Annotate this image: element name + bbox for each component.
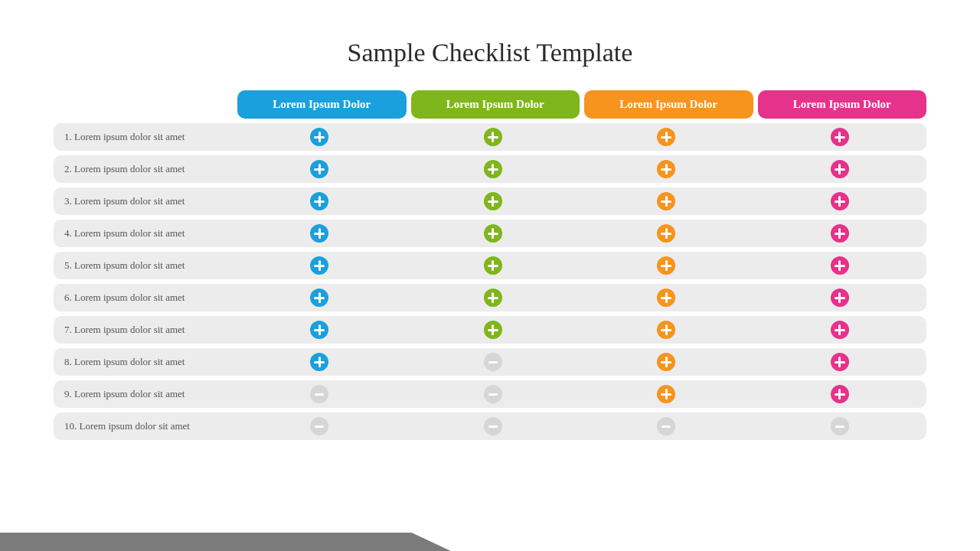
plus-icon	[831, 192, 849, 210]
plus-icon	[310, 289, 328, 307]
table-cell	[407, 192, 580, 210]
plus-icon	[310, 192, 328, 210]
plus-icon	[831, 128, 849, 146]
row-label: 9. Lorem ipsum dolor sit amet	[54, 388, 233, 400]
table-header-row: Lorem Ipsum Dolor Lorem Ipsum Dolor Lore…	[54, 90, 926, 119]
plus-icon	[484, 224, 502, 243]
table-row: 2. Lorem ipsum dolor sit amet	[54, 155, 926, 183]
column-header-1: Lorem Ipsum Dolor	[237, 90, 407, 119]
plus-icon	[657, 385, 675, 403]
slide: Sample Checklist Template Lorem Ipsum Do…	[0, 0, 980, 551]
row-label: 3. Lorem ipsum dolor sit amet	[54, 195, 233, 207]
plus-icon	[310, 224, 328, 243]
plus-icon	[831, 321, 849, 339]
row-label: 2. Lorem ipsum dolor sit amet	[54, 163, 233, 175]
plus-icon	[831, 385, 849, 403]
plus-icon	[831, 160, 849, 178]
footer-accent-shape	[0, 533, 980, 551]
plus-icon	[657, 289, 675, 307]
table-cell	[407, 385, 580, 403]
table-row: 1. Lorem ipsum dolor sit amet	[54, 123, 926, 151]
plus-icon	[831, 256, 849, 275]
table-row: 9. Lorem ipsum dolor sit amet	[54, 380, 926, 408]
table-body: 1. Lorem ipsum dolor sit amet2. Lorem ip…	[54, 123, 926, 440]
table-row: 10. Lorem ipsum dolor sit amet	[54, 412, 926, 440]
checklist-table: Lorem Ipsum Dolor Lorem Ipsum Dolor Lore…	[54, 90, 926, 440]
table-cell	[580, 128, 753, 146]
plus-icon	[484, 289, 502, 307]
row-label: 1. Lorem ipsum dolor sit amet	[54, 131, 233, 143]
plus-icon	[484, 256, 502, 275]
table-cell	[753, 224, 927, 243]
table-cell	[233, 385, 407, 403]
plus-icon	[657, 192, 675, 210]
table-cell	[753, 160, 927, 178]
table-cell	[233, 417, 407, 435]
table-row: 7. Lorem ipsum dolor sit amet	[54, 316, 926, 344]
minus-icon	[310, 385, 328, 403]
table-row: 3. Lorem ipsum dolor sit amet	[54, 187, 926, 215]
table-cell	[233, 353, 407, 371]
minus-icon	[310, 417, 328, 435]
table-cell	[407, 321, 580, 339]
table-cell	[580, 385, 753, 403]
plus-icon	[831, 289, 849, 307]
minus-icon	[484, 385, 502, 403]
plus-icon	[484, 160, 502, 178]
table-row: 6. Lorem ipsum dolor sit amet	[54, 284, 926, 311]
plus-icon	[310, 321, 328, 339]
table-cell	[233, 321, 407, 339]
plus-icon	[831, 224, 849, 243]
plus-icon	[310, 256, 328, 275]
table-row: 8. Lorem ipsum dolor sit amet	[54, 348, 926, 376]
table-cell	[233, 224, 407, 243]
row-label: 7. Lorem ipsum dolor sit amet	[54, 324, 233, 336]
table-cell	[407, 224, 580, 243]
table-cell	[580, 160, 753, 178]
table-cell	[753, 289, 927, 307]
table-cell	[233, 192, 407, 210]
table-cell	[407, 160, 580, 178]
table-cell	[407, 289, 580, 307]
plus-icon	[310, 160, 328, 178]
column-header-4: Lorem Ipsum Dolor	[758, 90, 927, 119]
plus-icon	[657, 256, 675, 275]
column-header-3: Lorem Ipsum Dolor	[584, 90, 753, 119]
table-cell	[580, 192, 753, 210]
table-cell	[753, 417, 927, 435]
plus-icon	[657, 224, 675, 243]
plus-icon	[484, 128, 502, 146]
row-label: 4. Lorem ipsum dolor sit amet	[54, 227, 233, 240]
minus-icon	[657, 417, 675, 435]
row-label: 10. Lorem ipsum dolor sit amet	[54, 420, 233, 432]
table-cell	[753, 321, 927, 339]
table-cell	[580, 321, 753, 339]
table-row: 4. Lorem ipsum dolor sit amet	[54, 220, 926, 247]
table-cell	[407, 128, 580, 146]
table-cell	[407, 417, 580, 435]
table-cell	[233, 256, 407, 275]
table-cell	[580, 224, 753, 243]
table-cell	[753, 353, 927, 371]
table-cell	[753, 128, 927, 146]
column-header-2: Lorem Ipsum Dolor	[411, 90, 580, 119]
table-cell	[407, 256, 580, 275]
row-label: 8. Lorem ipsum dolor sit amet	[54, 356, 233, 368]
plus-icon	[657, 160, 675, 178]
table-cell	[753, 256, 927, 275]
minus-icon	[484, 353, 502, 371]
plus-icon	[310, 353, 328, 371]
table-cell	[580, 417, 753, 435]
plus-icon	[657, 128, 675, 146]
table-cell	[233, 289, 407, 307]
minus-icon	[831, 417, 849, 435]
table-cell	[407, 353, 580, 371]
table-row: 5. Lorem ipsum dolor sit amet	[54, 252, 926, 279]
plus-icon	[657, 321, 675, 339]
table-cell	[233, 160, 407, 178]
table-cell	[580, 256, 753, 275]
plus-icon	[310, 128, 328, 146]
row-label: 5. Lorem ipsum dolor sit amet	[54, 259, 233, 272]
page-title: Sample Checklist Template	[0, 0, 980, 90]
minus-icon	[484, 417, 502, 435]
